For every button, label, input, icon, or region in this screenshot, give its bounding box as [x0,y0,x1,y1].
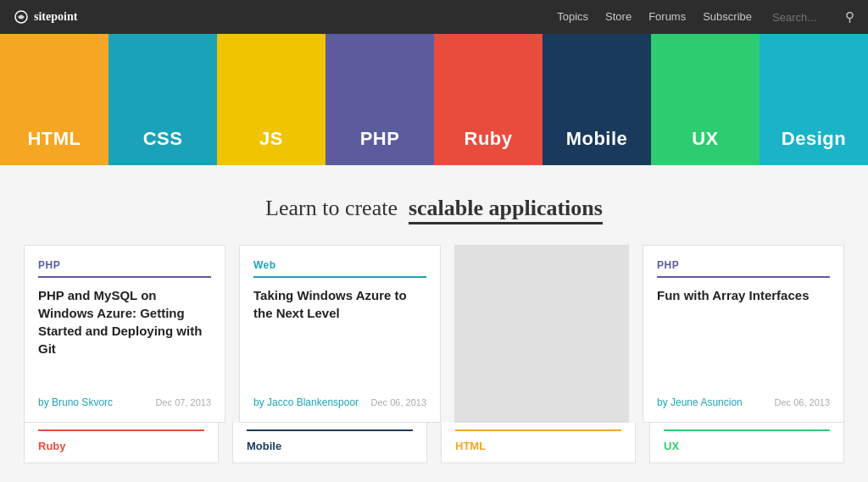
cat-label-css: CSS [143,128,183,150]
cat-tile-php[interactable]: PHP [326,34,434,165]
search-button[interactable]: ⚲ [845,9,854,25]
card-meta-1: by Bruno Skvorc Dec 07, 2013 [38,390,211,408]
hero-text-normal: Learn to create [265,196,398,220]
cat-label-ruby: Ruby [465,128,513,150]
card-image-3 [455,246,628,422]
article-card-3 [454,245,629,423]
bottom-label-1[interactable]: Ruby [24,423,219,463]
card-category-1: PHP [38,259,211,278]
cat-tile-design[interactable]: Design [760,34,868,165]
cat-label-php: PHP [360,128,400,150]
nav-links: Topics Store Forums Subscribe [557,10,752,24]
article-card-1: PHP PHP and MySQL on Windows Azure: Gett… [24,245,225,423]
card-date-1: Dec 07, 2013 [156,397,211,407]
cat-label-mobile: Mobile [566,128,628,150]
navbar: sitepoint Topics Store Forums Subscribe … [0,0,868,34]
hero-section: Learn to create scalable applications [0,165,868,245]
card-title-4: Fun with Array Interfaces [657,286,830,381]
card-category-4: PHP [657,259,830,278]
hero-text-bold: scalable applications [409,196,603,224]
bottom-label-3[interactable]: HTML [441,423,636,463]
article-card-4: PHP Fun with Array Interfaces by Jeune A… [643,245,844,423]
cat-tile-ruby[interactable]: Ruby [434,34,542,165]
card-title-2: Taking Windows Azure to the Next Level [253,286,426,381]
hero-heading: Learn to create scalable applications [17,196,851,221]
cat-label-js: JS [259,128,283,150]
bottom-label-ux: UX [664,429,830,452]
cat-tile-ux[interactable]: UX [651,34,760,165]
cat-tile-css[interactable]: CSS [108,34,217,165]
bottom-category-labels: Ruby Mobile HTML UX [0,423,868,463]
nav-topics[interactable]: Topics [557,10,588,24]
cat-tile-html[interactable]: HTML [0,34,108,165]
article-card-2: Web Taking Windows Azure to the Next Lev… [239,245,441,423]
card-title-1: PHP and MySQL on Windows Azure: Getting … [38,286,211,381]
cat-label-ux: UX [692,128,719,150]
bottom-label-ruby: Ruby [38,429,204,452]
search-form: ⚲ [772,9,854,25]
article-cards: PHP PHP and MySQL on Windows Azure: Gett… [0,245,868,423]
card-meta-4: by Jeune Asuncion Dec 06, 2013 [657,390,830,408]
card-author-1: by Bruno Skvorc [38,396,113,408]
nav-forums[interactable]: Forums [648,10,686,24]
card-category-2: Web [253,259,426,278]
category-bar: HTML CSS JS PHP Ruby Mobile UX Design [0,34,868,165]
brand-logo[interactable]: sitepoint [14,9,77,25]
card-author-4: by Jeune Asuncion [657,396,743,408]
card-meta-2: by Jacco Blankenspoor Dec 06, 2013 [253,390,426,408]
cat-tile-js[interactable]: JS [217,34,326,165]
bottom-label-2[interactable]: Mobile [232,423,427,463]
nav-store[interactable]: Store [605,10,632,24]
cat-tile-mobile[interactable]: Mobile [542,34,651,165]
card-date-2: Dec 06, 2013 [371,397,426,407]
cat-label-html: HTML [27,128,81,150]
nav-subscribe[interactable]: Subscribe [703,10,752,24]
card-author-2: by Jacco Blankenspoor [253,396,359,408]
bottom-label-mobile: Mobile [247,429,413,452]
bottom-label-html: HTML [455,429,621,452]
search-input[interactable] [772,11,840,24]
cat-label-design: Design [782,128,846,150]
brand-name: sitepoint [34,10,77,24]
bottom-label-4[interactable]: UX [649,423,844,463]
card-date-4: Dec 06, 2013 [775,397,830,407]
sitepoint-icon [14,9,29,25]
